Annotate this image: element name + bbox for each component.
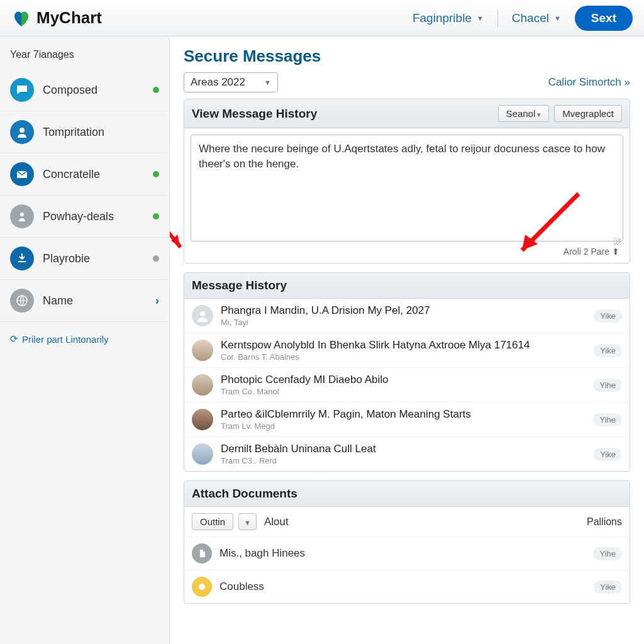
sidebar-item-label: Name xyxy=(43,294,147,308)
message-item[interactable]: Dernilt Bebàln Uninana Cull Leat Tram C3… xyxy=(184,437,630,471)
upload-icon[interactable]: ⬆ xyxy=(612,247,619,257)
primary-cta-button[interactable]: Sext xyxy=(575,6,633,31)
document-item[interactable]: Mis., bagh Hinees Yihe xyxy=(184,537,630,570)
sidebar-footer-link[interactable]: ⟳ Priler part Lintonarily xyxy=(0,322,169,356)
sidebar-item-composed[interactable]: Composed xyxy=(0,69,169,111)
message-action-pill[interactable]: Yike xyxy=(594,309,622,323)
page-title: Secure Messages xyxy=(184,47,630,66)
chevron-down-icon: ▼ xyxy=(554,14,561,22)
topbar-right: Faginprible ▼ Chacel ▼ Sext xyxy=(413,6,633,31)
document-name: Mis., bagh Hinees xyxy=(219,547,586,560)
chevron-down-icon: ▼ xyxy=(264,79,271,86)
message-title: Phangra I Mandin, U.A Drision My Pel, 20… xyxy=(221,304,586,317)
status-dot xyxy=(153,87,159,93)
svg-point-6 xyxy=(199,584,205,590)
message-item[interactable]: Kerntspow Anolybld In Bhenka Slirk Hatyn… xyxy=(184,333,630,368)
brand-text: MyChart xyxy=(36,8,102,28)
globe-icon xyxy=(10,289,34,313)
svg-point-2 xyxy=(20,213,24,216)
message-action-pill[interactable]: Yike xyxy=(594,448,622,461)
divider xyxy=(497,9,498,27)
main-content: Secure Messages Areas 2022 ▼ Calior Simo… xyxy=(170,36,644,644)
message-title: Photopic Ccenfady MI Diaebo Abilo xyxy=(221,374,586,386)
status-dot xyxy=(153,255,159,262)
message-item[interactable]: Parteo &ilCblemrrily M. Pagin, Maton Mea… xyxy=(184,402,630,437)
status-dot xyxy=(153,213,159,219)
attach-controls: Outtin ▼ Alout Pallions xyxy=(184,507,630,537)
layout: Year 7ianages Composed Tompritation Conc… xyxy=(0,36,644,644)
message-item[interactable]: Photopic Ccenfady MI Diaebo Abilo Tram C… xyxy=(184,368,630,402)
message-subtitle: Tram Lv. Megd xyxy=(221,421,586,431)
attach-panel-title: Attach Documents xyxy=(192,487,297,501)
sidebar: Year 7ianages Composed Tompritation Conc… xyxy=(0,36,170,644)
sidebar-item-label: Tompritation xyxy=(43,126,159,139)
sidebar-item-playrobie[interactable]: Playrobie xyxy=(0,238,169,280)
top-link-1[interactable]: Faginprible ▼ xyxy=(413,11,484,25)
attach-panel: Attach Documents Outtin ▼ Alout Pallions… xyxy=(184,480,630,604)
document-icon xyxy=(192,543,212,564)
avatar xyxy=(192,409,213,430)
document-item[interactable]: Coubless Yike xyxy=(184,570,630,603)
sidebar-item-label: Powhay-deals xyxy=(43,210,144,223)
message-list: Phangra I Mandin, U.A Drision My Pel, 20… xyxy=(184,299,630,471)
attach-panel-header: Attach Documents xyxy=(184,481,630,507)
compose-panel: View Message History Seanol▾ Mvegraplect… xyxy=(184,99,630,264)
brand-logo: MyChart xyxy=(11,8,102,28)
person-icon xyxy=(10,120,34,144)
svg-point-5 xyxy=(200,311,205,316)
svg-rect-3 xyxy=(18,261,26,262)
compose-header-button-1[interactable]: Seanol▾ xyxy=(498,105,550,122)
message-subtitle: Tram Co. Manol xyxy=(221,387,586,396)
avatar xyxy=(192,340,213,361)
compose-textarea[interactable] xyxy=(191,135,623,242)
message-subtitle: Tram C3.. Rerd xyxy=(221,456,586,465)
filter-row: Areas 2022 ▼ Calior Simortch » xyxy=(184,72,630,92)
refresh-icon: ⟳ xyxy=(10,333,18,345)
svg-point-0 xyxy=(19,128,25,133)
sidebar-item-label: Playrobie xyxy=(43,252,144,265)
chevron-down-icon: ▼ xyxy=(477,14,484,22)
message-title: Parteo &ilCblemrrily M. Pagin, Maton Mea… xyxy=(221,408,586,421)
top-link-1-label: Faginprible xyxy=(413,11,472,25)
message-subtitle: Mi, Tayi xyxy=(221,318,586,327)
sidebar-footer-label: Priler part Lintonarily xyxy=(22,334,109,345)
message-action-pill[interactable]: Yihe xyxy=(593,413,622,426)
filter-value: Areas 2022 xyxy=(191,76,245,89)
sidebar-item-powhay-deals[interactable]: Powhay-deals xyxy=(0,196,169,238)
document-name: Coubless xyxy=(219,580,586,593)
message-action-pill[interactable]: Yihe xyxy=(593,379,622,392)
message-action-pill[interactable]: Yike xyxy=(594,344,622,357)
attach-right-label: Pallions xyxy=(587,516,622,528)
document-action-pill[interactable]: Yike xyxy=(594,580,622,594)
heart-icon xyxy=(11,8,31,28)
history-panel-header: Message History xyxy=(184,273,630,299)
attach-label: Alout xyxy=(264,516,289,528)
filter-select[interactable]: Areas 2022 ▼ xyxy=(184,72,278,92)
compose-footer-text: Aroli 2 Pare xyxy=(564,247,609,257)
document-action-pill[interactable]: Yihe xyxy=(593,547,622,560)
attach-dropdown[interactable]: ▼ xyxy=(238,513,257,530)
sidebar-item-label: Composed xyxy=(43,84,144,97)
message-subtitle: Cor. Barns T. Abaines xyxy=(221,352,586,362)
right-link[interactable]: Calior Simortch » xyxy=(548,76,630,89)
sidebar-item-label: Concratelle xyxy=(43,168,144,181)
compose-area: Aroli 2 Pare ⬆ xyxy=(184,128,630,263)
sidebar-item-concratelle[interactable]: Concratelle xyxy=(0,153,169,196)
status-dot xyxy=(153,171,159,177)
top-link-2[interactable]: Chacel ▼ xyxy=(512,11,561,25)
compose-header-button-2[interactable]: Mvegraplect xyxy=(554,105,622,122)
chevron-right-icon: › xyxy=(155,294,159,308)
message-title: Dernilt Bebàln Uninana Cull Leat xyxy=(221,443,586,455)
avatar xyxy=(192,443,213,465)
sidebar-item-tompritation[interactable]: Tompritation xyxy=(0,111,169,153)
compose-footer: Aroli 2 Pare ⬆ xyxy=(191,244,623,257)
compose-panel-title: View Message History xyxy=(192,107,317,121)
document-icon xyxy=(192,577,212,597)
download-icon xyxy=(10,247,34,270)
attach-button[interactable]: Outtin xyxy=(192,513,233,530)
chat-icon xyxy=(10,78,34,102)
mail-icon xyxy=(10,162,34,186)
message-item[interactable]: Phangra I Mandin, U.A Drision My Pel, 20… xyxy=(184,299,630,333)
sidebar-item-name[interactable]: Name › xyxy=(0,280,169,322)
top-link-2-label: Chacel xyxy=(512,11,549,25)
